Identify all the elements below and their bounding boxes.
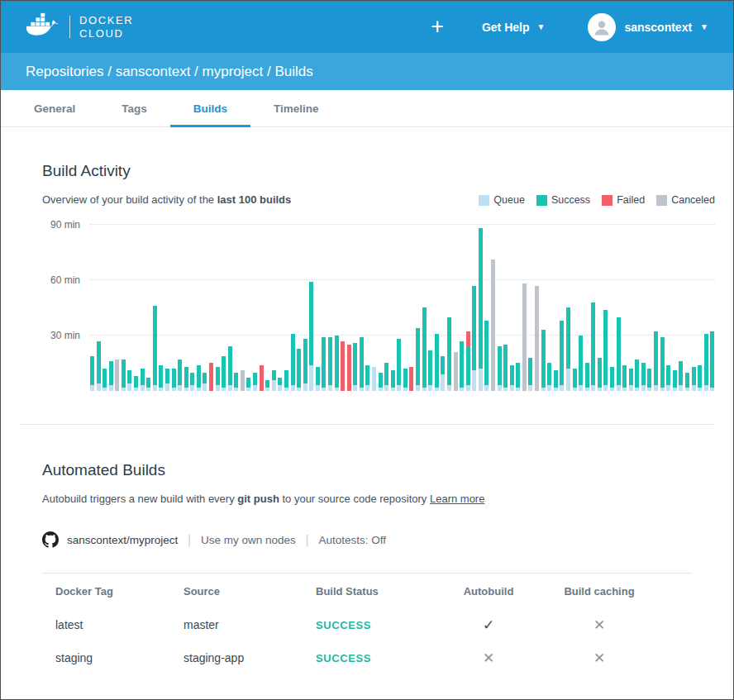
chart-bar bbox=[654, 331, 658, 391]
tab-timeline[interactable]: Timeline bbox=[250, 90, 342, 126]
vertical-separator: | bbox=[188, 533, 191, 546]
brand-wordmark: DOCKER CLOUD bbox=[79, 14, 133, 40]
chart-bar bbox=[422, 307, 427, 391]
autobuild-description: Autobuild triggers a new build with ever… bbox=[42, 493, 692, 505]
get-help-label: Get Help bbox=[482, 21, 530, 34]
chart-bar bbox=[190, 373, 194, 391]
build-activity-section: Build Activity Overview of your build ac… bbox=[1, 127, 733, 391]
chart-bar bbox=[641, 363, 646, 391]
chart-bar bbox=[635, 360, 639, 391]
chart-bar bbox=[328, 337, 332, 391]
chart-bar bbox=[297, 349, 301, 391]
autobuild-toggle-icon[interactable]: ✕ bbox=[440, 650, 537, 667]
legend-queue: Queue bbox=[479, 194, 525, 206]
chart-bar bbox=[554, 370, 558, 391]
chart-bar bbox=[347, 345, 351, 391]
chart-bar bbox=[253, 373, 257, 391]
automated-builds-title: Automated Builds bbox=[42, 461, 692, 479]
table-header-row: Docker Tag Source Build Status Autobuild… bbox=[55, 574, 679, 608]
tab-tags[interactable]: Tags bbox=[98, 90, 170, 126]
chart-bar bbox=[291, 334, 295, 391]
chart-bar bbox=[379, 373, 383, 391]
chart-bar bbox=[416, 328, 420, 391]
docker-whale-icon bbox=[26, 12, 60, 41]
legend-failed: Failed bbox=[602, 194, 645, 206]
col-source: Source bbox=[184, 585, 316, 598]
build-status-cell: SUCCESS bbox=[316, 619, 440, 631]
chart-bar bbox=[109, 361, 113, 391]
col-autobuild: Autobuild bbox=[440, 585, 537, 598]
get-help-menu[interactable]: Get Help ▼ bbox=[482, 21, 545, 34]
chart-bar bbox=[309, 282, 313, 391]
chart-bar bbox=[466, 331, 470, 391]
breadcrumb[interactable]: Repositories / sanscontext / myproject /… bbox=[1, 53, 733, 90]
build-activity-chart: 30 min60 min90 min bbox=[90, 219, 715, 391]
nodes-setting: Use my own nodes bbox=[201, 534, 296, 546]
chart-bar bbox=[503, 345, 508, 391]
table-row[interactable]: latest master SUCCESS ✓ ✕ bbox=[55, 608, 679, 641]
repo-tabs: General Tags Builds Timeline bbox=[1, 90, 733, 127]
chart-bar bbox=[165, 369, 169, 391]
build-chart-plot bbox=[90, 219, 715, 391]
chart-bar bbox=[265, 380, 269, 391]
tab-general[interactable]: General bbox=[11, 90, 98, 126]
chart-bar bbox=[541, 330, 546, 391]
chart-bar bbox=[278, 378, 282, 391]
docker-cloud-logo[interactable]: DOCKER CLOUD bbox=[26, 12, 133, 41]
create-button[interactable]: + bbox=[431, 16, 444, 38]
source-repo-row: sanscontext/myproject | Use my own nodes… bbox=[42, 531, 692, 548]
chart-bar bbox=[547, 363, 551, 391]
chart-bar bbox=[522, 283, 527, 391]
chart-bar bbox=[272, 370, 276, 391]
chart-bar bbox=[704, 334, 708, 391]
build-caching-toggle-icon[interactable]: ✕ bbox=[537, 650, 661, 667]
chart-bar bbox=[610, 367, 614, 391]
table-row[interactable]: staging staging-app SUCCESS ✕ ✕ bbox=[55, 641, 679, 674]
chart-bar bbox=[622, 365, 627, 391]
chart-bar bbox=[159, 365, 163, 391]
chart-bar bbox=[216, 367, 220, 391]
chart-bar bbox=[284, 370, 288, 391]
chart-bar bbox=[535, 286, 539, 391]
chart-bar bbox=[197, 365, 201, 391]
vertical-separator: | bbox=[306, 533, 309, 546]
chart-bar bbox=[403, 369, 408, 391]
chart-bar bbox=[510, 365, 514, 391]
chart-bar bbox=[660, 337, 665, 391]
chart-bar bbox=[203, 373, 207, 391]
chart-bar bbox=[566, 307, 570, 391]
chart-bar bbox=[428, 350, 432, 391]
chart-bar bbox=[353, 343, 357, 391]
chart-bar bbox=[579, 336, 583, 391]
autobuild-toggle-icon[interactable]: ✓ bbox=[440, 617, 537, 634]
chart-bar bbox=[234, 373, 238, 391]
chart-bar bbox=[322, 337, 326, 391]
chart-legend: Queue Success Failed Canceled bbox=[479, 194, 715, 206]
source-cell: staging-app bbox=[184, 651, 316, 664]
chart-bar bbox=[573, 369, 577, 391]
chart-bar bbox=[246, 378, 250, 391]
col-build-status: Build Status bbox=[316, 585, 440, 598]
github-icon bbox=[42, 531, 59, 548]
build-caching-toggle-icon[interactable]: ✕ bbox=[537, 617, 661, 634]
build-status-cell: SUCCESS bbox=[316, 652, 440, 664]
chart-bar bbox=[90, 356, 94, 391]
legend-queue-swatch bbox=[479, 195, 489, 206]
learn-more-link[interactable]: Learn more bbox=[430, 493, 484, 505]
chart-bar bbox=[673, 370, 677, 391]
docker-tag-cell: staging bbox=[55, 651, 184, 664]
tab-builds[interactable]: Builds bbox=[170, 90, 250, 126]
chart-bar bbox=[491, 260, 495, 391]
chart-bar bbox=[603, 310, 608, 391]
build-activity-title: Build Activity bbox=[42, 162, 715, 180]
chart-bar bbox=[115, 360, 119, 391]
chart-bar bbox=[585, 363, 589, 391]
legend-canceled: Canceled bbox=[656, 194, 715, 206]
build-activity-subtitle: Overview of your build activity of the l… bbox=[42, 193, 291, 206]
chart-bar bbox=[209, 363, 213, 391]
chart-bar bbox=[141, 369, 145, 391]
chart-bar bbox=[102, 369, 107, 391]
chart-bar bbox=[153, 306, 157, 391]
user-menu[interactable]: sanscontext ▼ bbox=[588, 13, 708, 41]
top-header: DOCKER CLOUD + Get Help ▼ sanscontext ▼ bbox=[1, 1, 733, 53]
